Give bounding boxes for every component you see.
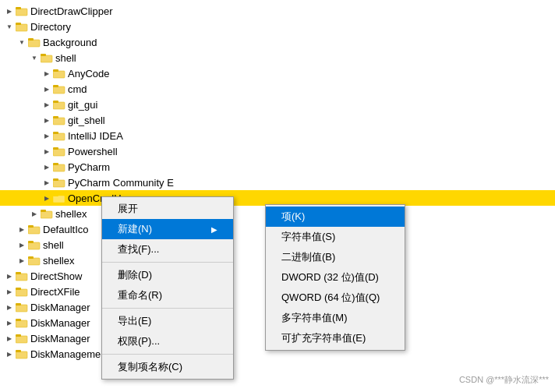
expand-btn[interactable]	[41, 161, 53, 173]
tree-item-label: DirectDrawClipper	[30, 5, 112, 17]
tree-item-background[interactable]: Background	[0, 34, 555, 50]
folder-icon	[53, 177, 65, 188]
svg-rect-41	[16, 319, 21, 321]
svg-rect-44	[16, 351, 27, 358]
tree-item-intellij[interactable]: IntelliJ IDEA	[0, 128, 555, 143]
expand-btn[interactable]	[16, 238, 28, 251]
context-menu-item-expand[interactable]: 展开	[102, 199, 233, 219]
svg-rect-30	[28, 242, 40, 249]
expand-btn[interactable]	[16, 36, 28, 48]
svg-rect-22	[53, 180, 65, 187]
svg-rect-14	[53, 118, 65, 125]
context-menu-label: 重命名(R)	[118, 288, 162, 302]
tree-item-label: PyCharm Community E	[68, 177, 174, 189]
tree-item-directory[interactable]: Directory	[0, 19, 555, 34]
tree-item-git_gui[interactable]: git_gui	[0, 97, 555, 112]
expand-btn[interactable]	[3, 5, 16, 17]
expand-btn[interactable]	[3, 285, 16, 298]
svg-rect-10	[53, 87, 65, 94]
context-menu-label: 权限(P)...	[118, 334, 160, 348]
folder-icon	[16, 302, 28, 313]
svg-rect-40	[16, 320, 27, 327]
context-menu-item-delete[interactable]: 删除(D)	[102, 265, 233, 285]
submenu-item-qword[interactable]: QWORD (64 位)值(Q)	[266, 288, 405, 308]
tree-item-label: git_gui	[68, 99, 97, 111]
context-menu-separator	[102, 262, 233, 263]
context-menu-item-permissions[interactable]: 权限(P)...	[102, 331, 233, 351]
tree-item-label: AnyCode	[68, 68, 109, 79]
folder-icon	[16, 5, 28, 16]
tree-item-directdrawclipper[interactable]: DirectDrawClipper	[0, 3, 555, 19]
folder-icon	[16, 21, 28, 32]
expand-btn[interactable]	[41, 129, 53, 142]
expand-btn[interactable]	[28, 51, 41, 64]
expand-btn[interactable]	[41, 192, 53, 204]
tree-item-label: git_shell	[68, 115, 105, 126]
svg-rect-11	[53, 85, 58, 87]
svg-rect-33	[28, 256, 34, 259]
svg-rect-38	[16, 305, 27, 312]
tree-item-label: DirectXFile	[30, 286, 80, 298]
expand-btn[interactable]	[3, 332, 16, 344]
folder-icon	[28, 224, 41, 235]
svg-rect-6	[41, 55, 52, 62]
context-menu: 展开新建(N)▶查找(F)...删除(D)重命名(R)导出(E)权限(P)...…	[101, 196, 234, 380]
context-menu-item-rename[interactable]: 重命名(R)	[102, 285, 233, 305]
context-menu-item-find[interactable]: 查找(F)...	[102, 239, 233, 260]
tree-item-label: DefaultIco	[43, 224, 89, 235]
svg-rect-7	[41, 54, 46, 56]
context-menu-label: 删除(D)	[118, 268, 152, 282]
expand-btn[interactable]	[41, 83, 53, 95]
tree-item-label: DiskManager	[30, 333, 90, 344]
expand-btn[interactable]	[41, 114, 53, 126]
expand-btn[interactable]	[28, 207, 41, 220]
expand-btn[interactable]	[3, 270, 16, 282]
svg-rect-19	[53, 147, 58, 150]
tree-item-cmd[interactable]: cmd	[0, 81, 555, 97]
expand-btn[interactable]	[16, 254, 28, 267]
submenu-item-key[interactable]: 项(K)	[266, 207, 405, 227]
context-menu-item-new[interactable]: 新建(N)▶	[102, 219, 233, 239]
svg-rect-31	[28, 241, 34, 243]
expand-btn[interactable]	[41, 98, 53, 111]
expand-btn[interactable]	[3, 301, 16, 313]
svg-rect-8	[53, 71, 65, 78]
folder-icon	[28, 255, 41, 266]
submenu-arrow-icon: ▶	[211, 225, 217, 234]
folder-icon	[16, 317, 28, 328]
submenu-item-expandstring[interactable]: 可扩充字符串值(E)	[266, 328, 405, 348]
watermark: CSDN @***静水流深***	[459, 374, 549, 386]
expand-btn[interactable]	[16, 223, 28, 235]
svg-rect-25	[53, 194, 58, 196]
expand-btn[interactable]	[3, 348, 16, 360]
submenu-item-multistring[interactable]: 多字符串值(M)	[266, 308, 405, 328]
submenu-item-binaryval[interactable]: 二进制值(B)	[266, 247, 405, 267]
tree-item-pycharm[interactable]: PyCharm	[0, 159, 555, 175]
submenu-item-dword[interactable]: DWORD (32 位)值(D)	[266, 267, 405, 288]
context-menu-label: 复制项名称(C)	[118, 360, 182, 374]
expand-btn[interactable]	[41, 67, 53, 79]
tree-item-git_shell[interactable]: git_shell	[0, 112, 555, 128]
submenu-item-stringval[interactable]: 字符串值(S)	[266, 227, 405, 247]
folder-icon	[53, 115, 65, 125]
context-menu-item-export[interactable]: 导出(E)	[102, 311, 233, 331]
svg-rect-20	[53, 164, 65, 171]
tree-item-opencmdhere[interactable]: OpenCmdHere	[0, 190, 555, 206]
tree-item-label: cmd	[68, 83, 87, 95]
tree-item-powershell[interactable]: Powershell	[0, 143, 555, 159]
context-menu-item-copyname[interactable]: 复制项名称(C)	[102, 357, 233, 377]
svg-rect-16	[53, 133, 65, 140]
tree-item-anycmd[interactable]: AnyCode	[0, 65, 555, 81]
folder-icon	[53, 161, 65, 172]
expand-btn[interactable]	[3, 316, 16, 329]
tree-item-pycharmce[interactable]: PyCharm Community E	[0, 175, 555, 190]
folder-icon	[53, 99, 65, 110]
expand-btn[interactable]	[3, 20, 16, 33]
registry-window: DirectDrawClipper Directory Background s…	[0, 0, 555, 392]
folder-icon	[16, 270, 28, 281]
context-menu-label: 展开	[118, 202, 138, 216]
expand-btn[interactable]	[41, 145, 53, 157]
tree-item-shell[interactable]: shell	[0, 50, 555, 65]
tree-item-label: Directory	[30, 21, 71, 33]
expand-btn[interactable]	[41, 176, 53, 189]
